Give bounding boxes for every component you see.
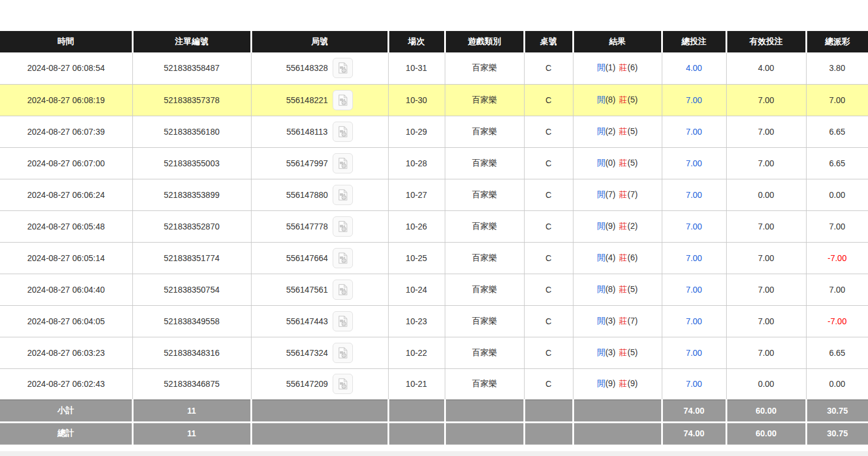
subtotal-total-bet: 74.00 (662, 400, 726, 422)
footer-empty-cell (251, 422, 388, 444)
table-header: 時間 注單編號 局號 場次 遊戲類別 桌號 結果 總投注 有效投注 總派彩 (0, 31, 868, 52)
session-cell: 10-23 (388, 305, 445, 337)
banker-result-points: (5) (628, 348, 638, 357)
banker-result-label: 莊 (619, 253, 628, 262)
total-bet-link[interactable]: 7.00 (662, 179, 726, 210)
valid-bet-cell: 0.00 (726, 179, 806, 210)
table-no-cell: C (524, 242, 573, 274)
video-file-icon (336, 346, 349, 359)
banker-result-label: 莊 (619, 379, 628, 388)
bet-records-table: 時間 注單編號 局號 場次 遊戲類別 桌號 結果 總投注 有效投注 總派彩 20… (0, 31, 868, 445)
table-no-cell: C (524, 147, 573, 179)
grand-total-count: 11 (132, 422, 251, 444)
video-replay-button[interactable] (333, 343, 353, 363)
footer-empty-cell (524, 422, 573, 444)
grand-total-total-bet: 74.00 (662, 422, 726, 444)
video-replay-button[interactable] (333, 248, 353, 268)
result-cell: 閒(3)莊(5) (573, 337, 662, 368)
bet-id-cell: 521838355003 (132, 147, 251, 179)
round-number: 556147997 (286, 159, 328, 168)
valid-bet-cell: 0.00 (726, 368, 806, 400)
time-cell: 2024-08-27 06:04:40 (0, 274, 132, 305)
round-cell: 556148113 (251, 116, 388, 147)
time-cell: 2024-08-27 06:06:24 (0, 179, 132, 210)
total-payout-cell: 0.00 (806, 179, 868, 210)
player-result-points: (8) (605, 284, 615, 294)
time-cell: 2024-08-27 06:07:00 (0, 147, 132, 179)
banker-result-points: (5) (628, 284, 638, 294)
game-type-cell: 百家樂 (445, 179, 524, 210)
time-cell: 2024-08-27 06:04:05 (0, 305, 132, 337)
total-bet-link[interactable]: 7.00 (662, 337, 726, 368)
subtotal-count: 11 (132, 400, 251, 422)
video-replay-button[interactable] (333, 185, 353, 205)
total-bet-link[interactable]: 7.00 (662, 116, 726, 147)
total-bet-link[interactable]: 7.00 (662, 242, 726, 274)
valid-bet-cell: 4.00 (726, 52, 806, 84)
valid-bet-cell: 7.00 (726, 84, 806, 116)
video-replay-button[interactable] (333, 90, 353, 110)
total-bet-link[interactable]: 7.00 (662, 368, 726, 400)
round-number: 556147664 (286, 253, 328, 263)
player-result-label: 閒 (597, 284, 605, 294)
footer-empty-cell (388, 422, 445, 444)
game-type-cell: 百家樂 (445, 337, 524, 368)
total-payout-cell: 6.65 (806, 116, 868, 147)
player-result-points: (3) (605, 348, 615, 357)
player-result-points: (1) (605, 63, 615, 72)
result-cell: 閒(4)莊(6) (573, 242, 662, 274)
table-no-cell: C (524, 337, 573, 368)
table-no-cell: C (524, 274, 573, 305)
game-type-cell: 百家樂 (445, 242, 524, 274)
total-bet-link[interactable]: 7.00 (662, 147, 726, 179)
bet-id-cell: 521838353899 (132, 179, 251, 210)
table-footer: 小計 11 74.00 60.00 30.75 總計 11 74.00 (0, 400, 868, 444)
video-replay-button[interactable] (333, 374, 353, 394)
player-result-points: (9) (605, 379, 615, 388)
table-no-cell: C (524, 179, 573, 210)
table-body: 2024-08-27 06:08:54 521838358487 5561483… (0, 52, 868, 400)
video-file-icon (336, 220, 349, 233)
player-result-label: 閒 (597, 348, 605, 357)
banker-result-label: 莊 (619, 95, 628, 104)
table-no-cell: C (524, 52, 573, 84)
video-replay-button[interactable] (333, 153, 353, 173)
player-result-label: 閒 (597, 190, 605, 199)
video-replay-button[interactable] (333, 122, 353, 142)
footer-empty-cell (445, 422, 524, 444)
player-result-label: 閒 (597, 158, 605, 167)
table-row: 2024-08-27 06:07:00 521838355003 5561479… (0, 147, 868, 179)
round-cell: 556148221 (251, 84, 388, 116)
column-header-table-no: 桌號 (524, 31, 573, 52)
banker-result-points: (9) (628, 379, 638, 388)
round-number: 556147443 (286, 317, 328, 326)
result-cell: 閒(2)莊(5) (573, 116, 662, 147)
video-file-icon (336, 125, 349, 138)
time-cell: 2024-08-27 06:07:39 (0, 116, 132, 147)
game-type-cell: 百家樂 (445, 274, 524, 305)
total-bet-link[interactable]: 7.00 (662, 84, 726, 116)
valid-bet-cell: 7.00 (726, 305, 806, 337)
round-cell: 556147209 (251, 368, 388, 400)
total-payout-cell: 3.80 (806, 52, 868, 84)
total-bet-link[interactable]: 7.00 (662, 210, 726, 242)
total-payout-cell: 7.00 (806, 210, 868, 242)
video-replay-button[interactable] (333, 58, 353, 78)
video-replay-button[interactable] (333, 216, 353, 237)
column-header-total-payout: 總派彩 (806, 31, 868, 52)
time-cell: 2024-08-27 06:02:43 (0, 368, 132, 400)
video-replay-button[interactable] (333, 311, 353, 331)
total-bet-link[interactable]: 7.00 (662, 305, 726, 337)
total-bet-link[interactable]: 4.00 (662, 52, 726, 84)
session-cell: 10-31 (388, 52, 445, 84)
round-cell: 556147664 (251, 242, 388, 274)
video-replay-button[interactable] (333, 280, 353, 300)
total-bet-link[interactable]: 7.00 (662, 274, 726, 305)
banker-result-points: (6) (628, 63, 638, 72)
player-result-label: 閒 (597, 126, 605, 136)
session-cell: 10-30 (388, 84, 445, 116)
table-row: 2024-08-27 06:06:24 521838353899 5561478… (0, 179, 868, 210)
player-result-label: 閒 (597, 379, 605, 388)
column-header-game-type: 遊戲類別 (445, 31, 524, 52)
round-cell: 556147324 (251, 337, 388, 368)
